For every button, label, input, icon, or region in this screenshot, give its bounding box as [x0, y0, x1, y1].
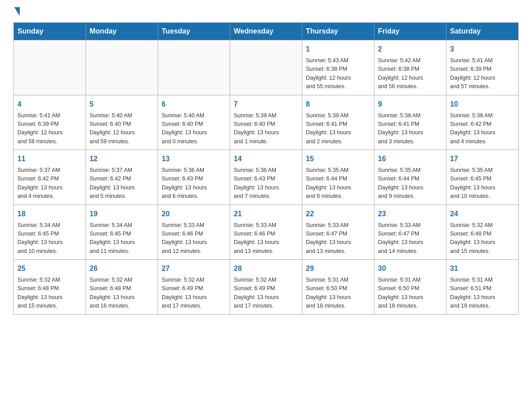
- table-row: 8Sunrise: 5:39 AMSunset: 6:41 PMDaylight…: [302, 95, 374, 150]
- col-tuesday: Tuesday: [158, 23, 230, 40]
- table-row: [14, 40, 86, 95]
- col-thursday: Thursday: [302, 23, 374, 40]
- day-number: 11: [17, 154, 82, 164]
- table-row: 19Sunrise: 5:34 AMSunset: 6:45 PMDayligh…: [86, 205, 158, 260]
- day-number: 16: [378, 154, 442, 164]
- day-number: 10: [450, 99, 515, 110]
- day-info: Sunrise: 5:36 AMSunset: 6:43 PMDaylight:…: [162, 166, 226, 201]
- day-info: Sunrise: 5:31 AMSunset: 6:51 PMDaylight:…: [450, 276, 515, 311]
- col-friday: Friday: [374, 23, 446, 40]
- table-row: 6Sunrise: 5:40 AMSunset: 6:40 PMDaylight…: [158, 95, 230, 150]
- table-row: [230, 40, 302, 95]
- table-row: 1Sunrise: 5:43 AMSunset: 6:38 PMDaylight…: [302, 40, 374, 95]
- day-info: Sunrise: 5:33 AMSunset: 6:46 PMDaylight:…: [162, 221, 226, 256]
- day-number: 17: [450, 154, 515, 164]
- calendar-week-row: 1Sunrise: 5:43 AMSunset: 6:38 PMDaylight…: [14, 40, 519, 95]
- table-row: 13Sunrise: 5:36 AMSunset: 6:43 PMDayligh…: [158, 150, 230, 205]
- day-info: Sunrise: 5:34 AMSunset: 6:45 PMDaylight:…: [90, 221, 154, 256]
- day-number: 22: [306, 209, 370, 219]
- calendar-week-row: 4Sunrise: 5:41 AMSunset: 6:39 PMDaylight…: [14, 95, 519, 150]
- day-number: 15: [306, 154, 370, 164]
- col-sunday: Sunday: [14, 23, 86, 40]
- day-number: 8: [306, 99, 370, 110]
- day-number: 28: [234, 263, 298, 274]
- day-info: Sunrise: 5:42 AMSunset: 6:38 PMDaylight:…: [378, 56, 442, 91]
- table-row: 25Sunrise: 5:32 AMSunset: 6:48 PMDayligh…: [14, 260, 86, 315]
- day-number: 7: [234, 99, 298, 110]
- table-row: 15Sunrise: 5:35 AMSunset: 6:44 PMDayligh…: [302, 150, 374, 205]
- table-row: 11Sunrise: 5:37 AMSunset: 6:42 PMDayligh…: [14, 150, 86, 205]
- table-row: 3Sunrise: 5:41 AMSunset: 6:39 PMDaylight…: [446, 40, 519, 95]
- day-info: Sunrise: 5:43 AMSunset: 6:38 PMDaylight:…: [306, 56, 370, 91]
- day-number: 4: [17, 99, 82, 110]
- day-info: Sunrise: 5:33 AMSunset: 6:47 PMDaylight:…: [378, 221, 442, 256]
- day-number: 31: [450, 263, 515, 274]
- day-number: 2: [378, 44, 442, 55]
- day-number: 23: [378, 209, 442, 219]
- table-row: 17Sunrise: 5:35 AMSunset: 6:45 PMDayligh…: [446, 150, 519, 205]
- day-info: Sunrise: 5:32 AMSunset: 6:49 PMDaylight:…: [162, 276, 226, 311]
- calendar-header-row: Sunday Monday Tuesday Wednesday Thursday…: [14, 23, 519, 40]
- day-info: Sunrise: 5:31 AMSunset: 6:50 PMDaylight:…: [378, 276, 442, 311]
- day-info: Sunrise: 5:32 AMSunset: 6:48 PMDaylight:…: [450, 221, 515, 256]
- day-number: 1: [306, 44, 370, 55]
- day-number: 26: [90, 263, 154, 274]
- day-number: 30: [378, 263, 442, 274]
- logo: [13, 9, 20, 13]
- day-info: Sunrise: 5:36 AMSunset: 6:43 PMDaylight:…: [234, 166, 298, 201]
- col-saturday: Saturday: [446, 23, 519, 40]
- day-number: 21: [234, 209, 298, 219]
- day-info: Sunrise: 5:31 AMSunset: 6:50 PMDaylight:…: [306, 276, 370, 311]
- table-row: 23Sunrise: 5:33 AMSunset: 6:47 PMDayligh…: [374, 205, 446, 260]
- day-number: 12: [90, 154, 154, 164]
- logo-triangle-icon: [14, 7, 20, 16]
- day-info: Sunrise: 5:38 AMSunset: 6:42 PMDaylight:…: [450, 111, 515, 146]
- table-row: 26Sunrise: 5:32 AMSunset: 6:48 PMDayligh…: [86, 260, 158, 315]
- day-number: 19: [90, 209, 154, 219]
- table-row: 9Sunrise: 5:38 AMSunset: 6:41 PMDaylight…: [374, 95, 446, 150]
- day-info: Sunrise: 5:32 AMSunset: 6:48 PMDaylight:…: [17, 276, 82, 311]
- day-info: Sunrise: 5:40 AMSunset: 6:40 PMDaylight:…: [90, 111, 154, 146]
- day-number: 6: [162, 99, 226, 110]
- calendar-week-row: 18Sunrise: 5:34 AMSunset: 6:45 PMDayligh…: [14, 205, 519, 260]
- table-row: 31Sunrise: 5:31 AMSunset: 6:51 PMDayligh…: [446, 260, 519, 315]
- table-row: 18Sunrise: 5:34 AMSunset: 6:45 PMDayligh…: [14, 205, 86, 260]
- table-row: 16Sunrise: 5:35 AMSunset: 6:44 PMDayligh…: [374, 150, 446, 205]
- calendar-week-row: 11Sunrise: 5:37 AMSunset: 6:42 PMDayligh…: [14, 150, 519, 205]
- day-info: Sunrise: 5:33 AMSunset: 6:46 PMDaylight:…: [234, 221, 298, 256]
- table-row: 22Sunrise: 5:33 AMSunset: 6:47 PMDayligh…: [302, 205, 374, 260]
- table-row: 4Sunrise: 5:41 AMSunset: 6:39 PMDaylight…: [14, 95, 86, 150]
- day-number: 3: [450, 44, 515, 55]
- table-row: 28Sunrise: 5:32 AMSunset: 6:49 PMDayligh…: [230, 260, 302, 315]
- day-info: Sunrise: 5:35 AMSunset: 6:45 PMDaylight:…: [450, 166, 515, 201]
- day-number: 14: [234, 154, 298, 164]
- col-wednesday: Wednesday: [230, 23, 302, 40]
- day-info: Sunrise: 5:39 AMSunset: 6:41 PMDaylight:…: [306, 111, 370, 146]
- table-row: 21Sunrise: 5:33 AMSunset: 6:46 PMDayligh…: [230, 205, 302, 260]
- table-row: 27Sunrise: 5:32 AMSunset: 6:49 PMDayligh…: [158, 260, 230, 315]
- day-number: 13: [162, 154, 226, 164]
- table-row: 14Sunrise: 5:36 AMSunset: 6:43 PMDayligh…: [230, 150, 302, 205]
- table-row: [86, 40, 158, 95]
- col-monday: Monday: [86, 23, 158, 40]
- day-number: 29: [306, 263, 370, 274]
- day-number: 18: [17, 209, 82, 219]
- day-info: Sunrise: 5:32 AMSunset: 6:48 PMDaylight:…: [90, 276, 154, 311]
- table-row: 7Sunrise: 5:39 AMSunset: 6:40 PMDaylight…: [230, 95, 302, 150]
- day-number: 5: [90, 99, 154, 110]
- day-number: 24: [450, 209, 515, 219]
- day-number: 9: [378, 99, 442, 110]
- day-number: 20: [162, 209, 226, 219]
- calendar-table: Sunday Monday Tuesday Wednesday Thursday…: [13, 22, 519, 315]
- day-number: 25: [17, 263, 82, 274]
- table-row: 20Sunrise: 5:33 AMSunset: 6:46 PMDayligh…: [158, 205, 230, 260]
- day-info: Sunrise: 5:35 AMSunset: 6:44 PMDaylight:…: [378, 166, 442, 201]
- table-row: 5Sunrise: 5:40 AMSunset: 6:40 PMDaylight…: [86, 95, 158, 150]
- page-header: [13, 9, 519, 13]
- day-info: Sunrise: 5:34 AMSunset: 6:45 PMDaylight:…: [17, 221, 82, 256]
- calendar-week-row: 25Sunrise: 5:32 AMSunset: 6:48 PMDayligh…: [14, 260, 519, 315]
- table-row: 2Sunrise: 5:42 AMSunset: 6:38 PMDaylight…: [374, 40, 446, 95]
- day-info: Sunrise: 5:37 AMSunset: 6:42 PMDaylight:…: [90, 166, 154, 201]
- day-info: Sunrise: 5:41 AMSunset: 6:39 PMDaylight:…: [17, 111, 82, 146]
- day-number: 27: [162, 263, 226, 274]
